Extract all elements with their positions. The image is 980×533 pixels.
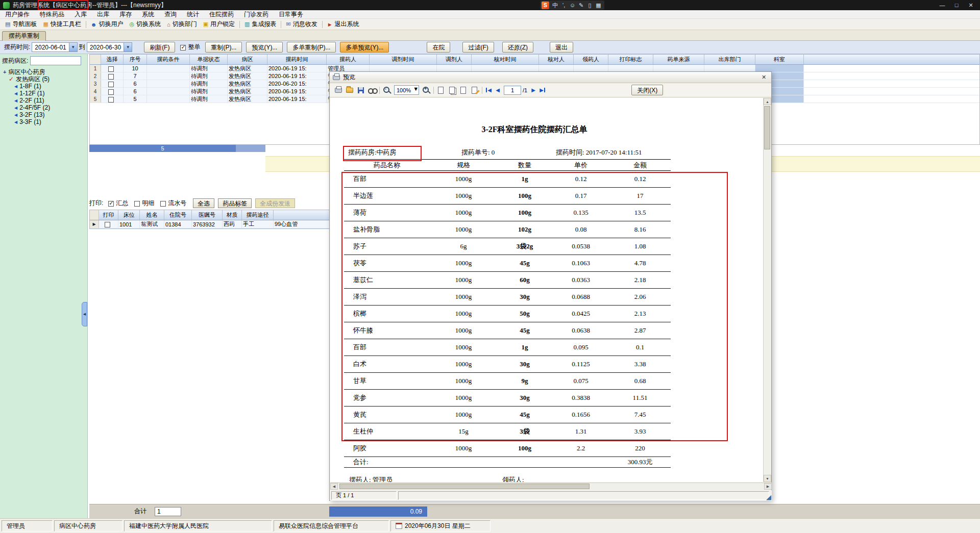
- scrollbar-thumb[interactable]: [339, 484, 590, 489]
- punctuation-icon[interactable]: ’,: [559, 2, 568, 8]
- row-checkbox[interactable]: [108, 74, 114, 80]
- find-button[interactable]: [366, 85, 377, 95]
- last-page-button[interactable]: ▶: [538, 86, 547, 95]
- column-header-打印[interactable]: 打印: [99, 210, 118, 220]
- print-cell[interactable]: [99, 220, 118, 228]
- toolbar-button-退出系统[interactable]: ►退出系统: [324, 19, 362, 30]
- lang-icon[interactable]: 中: [551, 2, 559, 9]
- toolbar-button-导航面板[interactable]: ▤导航面板: [2, 19, 40, 30]
- column-header-摆药途径[interactable]: 摆药途径: [242, 210, 274, 220]
- column-header-摆药时间[interactable]: 摆药时间: [267, 55, 327, 64]
- column-header-调剂时间[interactable]: 调剂时间: [370, 55, 437, 64]
- column-header-打印标志[interactable]: 打印标志: [608, 55, 653, 64]
- ward-input[interactable]: [30, 56, 81, 65]
- next-page-button[interactable]: ▶: [529, 86, 538, 95]
- tree-item-1-8F (1)[interactable]: ◀1-8F (1): [0, 83, 87, 90]
- zoom-in-button[interactable]: +: [421, 85, 431, 95]
- detail-checkbox-group[interactable]: 明细: [134, 199, 154, 208]
- chevron-down-icon[interactable]: ▼: [124, 43, 132, 52]
- tree-item-2-2F (11)[interactable]: ◀2-2F (11): [0, 97, 87, 104]
- column-header-单据状态[interactable]: 单据状态: [190, 55, 228, 64]
- toolbar-button-用户锁定[interactable]: ▣用户锁定: [200, 19, 238, 30]
- exit-button[interactable]: 退出: [550, 42, 573, 53]
- select-all-button[interactable]: 全选: [193, 198, 214, 208]
- rebuild-button[interactable]: 重制(P)...: [205, 42, 242, 53]
- tree-item-3-3F (1)[interactable]: ◀3-3F (1): [0, 118, 87, 125]
- mic-icon[interactable]: ▯: [585, 2, 594, 9]
- restore-button[interactable]: 还原(Z): [502, 42, 533, 53]
- select-cell[interactable]: [101, 95, 124, 103]
- scroll-left-icon[interactable]: ◀: [330, 483, 338, 490]
- summary-checkbox[interactable]: [108, 201, 114, 207]
- column-header-核对时间[interactable]: 核对时间: [472, 55, 539, 64]
- vertical-scrollbar[interactable]: ▲ ▼: [763, 98, 771, 482]
- menu-item-入库[interactable]: 入库: [69, 10, 92, 19]
- zoom-select[interactable]: 100% ▼: [394, 85, 419, 95]
- preview-button[interactable]: 预览(Y)...: [246, 42, 283, 53]
- whole-order-checkbox[interactable]: [180, 45, 186, 50]
- scroll-right-icon[interactable]: ▶: [764, 483, 772, 490]
- serial-checkbox-group[interactable]: 流水号: [160, 199, 186, 208]
- column-header-床位[interactable]: 床位: [118, 210, 140, 220]
- select-cell[interactable]: [101, 65, 124, 72]
- column-header-摆药条件[interactable]: 摆药条件: [147, 55, 190, 64]
- select-cell[interactable]: [101, 72, 124, 80]
- tree-item-1-12F (1)[interactable]: ◀1-12F (1): [0, 90, 87, 97]
- row-checkbox[interactable]: [108, 82, 114, 87]
- tree-item-2-4F/5F (2)[interactable]: ◀2-4F/5F (2): [0, 104, 87, 111]
- summary-checkbox-group[interactable]: 汇总: [108, 199, 128, 208]
- maximize-button[interactable]: □: [949, 0, 964, 10]
- multi-preview-button[interactable]: 多单预览(Y)...: [340, 42, 389, 53]
- column-header-核对人[interactable]: 核对人: [539, 55, 574, 64]
- menu-item-住院摆药[interactable]: 住院摆药: [204, 10, 239, 19]
- column-header-病区[interactable]: 病区: [228, 55, 267, 64]
- date-to-select[interactable]: 2020-06-30 ▼: [87, 42, 132, 52]
- tree-item-发热病区 (5)[interactable]: ✓发热病区 (5): [0, 75, 87, 83]
- scrollbar-thumb[interactable]: [764, 106, 770, 149]
- row-checkbox[interactable]: [108, 66, 114, 72]
- menu-item-特殊药品[interactable]: 特殊药品: [35, 10, 69, 19]
- column-header-领药人[interactable]: 领药人: [574, 55, 608, 64]
- select-cell[interactable]: [101, 80, 124, 87]
- menu-item-查询[interactable]: 查询: [159, 10, 182, 19]
- serial-checkbox[interactable]: [160, 201, 166, 207]
- menu-item-用户操作[interactable]: 用户操作: [0, 10, 35, 19]
- dialog-close-button[interactable]: 关闭(X): [631, 85, 663, 95]
- keyboard-icon[interactable]: ▦: [594, 2, 603, 9]
- dialog-close-icon[interactable]: ✕: [760, 73, 768, 82]
- column-header-出库部门[interactable]: 出库部门: [704, 55, 755, 64]
- save-button[interactable]: [355, 85, 366, 95]
- column-header-住院号[interactable]: 住院号: [164, 210, 192, 220]
- print-button[interactable]: [333, 85, 344, 95]
- minimize-button[interactable]: —: [935, 0, 949, 10]
- horizontal-scrollbar[interactable]: ◀ ▶: [330, 483, 772, 490]
- scroll-up-icon[interactable]: ▲: [764, 98, 771, 105]
- close-button[interactable]: ✕: [964, 0, 978, 10]
- filter-button[interactable]: 过滤(F): [462, 42, 494, 53]
- column-header-科室[interactable]: 科室: [755, 55, 804, 64]
- sogou-logo-icon[interactable]: S: [542, 2, 549, 9]
- menu-item-库存[interactable]: 库存: [114, 10, 137, 19]
- scroll-down-icon[interactable]: ▼: [764, 475, 771, 482]
- toolbar-button-切换部门[interactable]: ⌂切换部门: [164, 19, 200, 30]
- menu-item-统计[interactable]: 统计: [182, 10, 204, 19]
- resize-grip[interactable]: ◢: [766, 494, 771, 500]
- toolbar-button-切换系统[interactable]: ◎切换系统: [126, 19, 164, 30]
- menu-item-日常事务[interactable]: 日常事务: [274, 10, 308, 19]
- toolbar-button-切换用户[interactable]: ☻切换用户: [88, 19, 127, 30]
- whole-order-checkbox-group[interactable]: 整单: [180, 43, 200, 52]
- column-header-药单来源[interactable]: 药单来源: [653, 55, 704, 64]
- toolbar-button-集成报表[interactable]: ▥集成报表: [241, 19, 279, 30]
- column-header-选择[interactable]: 选择: [101, 55, 124, 64]
- page-number-input[interactable]: [504, 86, 521, 95]
- panel-splitter-handle[interactable]: ◀: [82, 302, 87, 326]
- open-button[interactable]: [344, 85, 355, 95]
- single-page-button[interactable]: [435, 85, 446, 95]
- select-cell[interactable]: [101, 88, 124, 95]
- row-checkbox[interactable]: [108, 89, 114, 95]
- column-header-材质[interactable]: 材质: [223, 210, 242, 220]
- drug-label-button[interactable]: 药品标签: [218, 198, 252, 208]
- menu-item-系统[interactable]: 系统: [137, 10, 159, 19]
- in-hospital-button[interactable]: 在院: [427, 42, 450, 53]
- row-checkbox[interactable]: [108, 97, 114, 103]
